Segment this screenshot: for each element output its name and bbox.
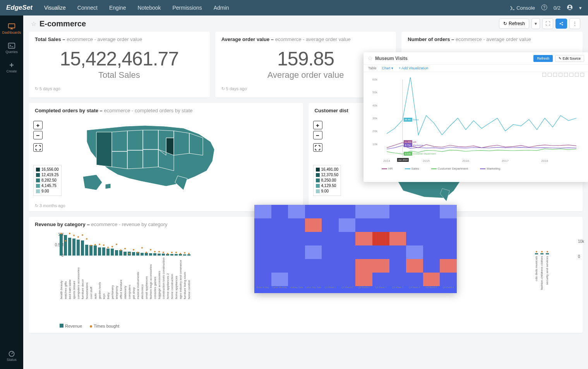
right-bar-chart: cds dvds musicalsfashion childrens cloth… bbox=[534, 251, 549, 290]
sidebar-item-label: Queries bbox=[5, 50, 18, 54]
svg-text:HR: HR bbox=[413, 141, 417, 143]
svg-point-3 bbox=[569, 5, 571, 7]
fullscreen-button[interactable]: ⛶ bbox=[542, 18, 553, 29]
svg-text:Jun 2014: Jun 2014 bbox=[398, 159, 408, 161]
nav-notebook[interactable]: Notebook bbox=[132, 1, 166, 15]
sidebar-queries[interactable]: Queries bbox=[2, 39, 21, 57]
museum-legend: HRSalesCustomer DepartmentMarketing bbox=[375, 167, 500, 170]
museum-refresh[interactable]: Refresh bbox=[533, 55, 553, 62]
nav-engine[interactable]: Engine bbox=[104, 1, 132, 15]
zoom-in-button[interactable]: + bbox=[313, 121, 322, 129]
sidebar-create[interactable]: Create bbox=[2, 59, 21, 76]
fullscreen-icon[interactable]: ⛶ bbox=[33, 143, 43, 152]
svg-text:20k: 20k bbox=[372, 129, 378, 133]
svg-rect-5 bbox=[9, 43, 15, 48]
svg-text:60k: 60k bbox=[372, 78, 378, 81]
us-map[interactable] bbox=[75, 115, 230, 200]
star-icon[interactable]: ☆ bbox=[31, 20, 36, 27]
svg-text:30k: 30k bbox=[372, 117, 378, 120]
console-button[interactable]: Console bbox=[510, 5, 535, 11]
heatmap-x-labels: Black FridayCyber MondayHoliday SaleLabo… bbox=[254, 286, 457, 293]
top-nav: Visualize Connect Engine Notebook Permis… bbox=[39, 1, 234, 15]
line-chart[interactable]: 60k50k40k30k20k10k2014201520162017201828… bbox=[367, 77, 584, 170]
kpi-total-sales: Total Sales – ecommerce - average order … bbox=[29, 32, 210, 98]
nav-connect[interactable]: Connect bbox=[72, 1, 103, 15]
svg-text:?: ? bbox=[543, 5, 545, 10]
terminal-icon bbox=[8, 42, 15, 49]
svg-text:2016: 2016 bbox=[462, 159, 469, 163]
svg-text:40k: 40k bbox=[372, 104, 378, 107]
refresh-button[interactable]: ↻ Refresh bbox=[499, 19, 529, 29]
map-legend: 16,491.00 12,370.50 8,250.00 4,129.50 9.… bbox=[313, 165, 341, 196]
time-ago: ↻ 3 months ago bbox=[35, 203, 65, 208]
zoom-out-button[interactable]: − bbox=[33, 131, 43, 139]
page-title: E-commerce bbox=[39, 19, 86, 28]
svg-text:8,751: 8,751 bbox=[405, 144, 411, 146]
heatmap-grid[interactable] bbox=[254, 205, 457, 286]
monitor-icon bbox=[8, 23, 15, 30]
svg-text:2015: 2015 bbox=[423, 159, 430, 163]
nav-visualize[interactable]: Visualize bbox=[39, 1, 71, 15]
more-button[interactable]: ⋮ bbox=[569, 18, 580, 29]
svg-text:2014: 2014 bbox=[383, 159, 390, 163]
chevron-down-icon[interactable]: ▾ bbox=[579, 5, 582, 11]
zoom-out-button[interactable]: − bbox=[313, 131, 322, 139]
map-completed-orders: Completed orders by state – ecommerce - … bbox=[29, 103, 303, 211]
svg-text:2017: 2017 bbox=[502, 159, 509, 163]
heatmap-panel: Black FridayCyber MondayHoliday SaleLabo… bbox=[254, 205, 457, 293]
museum-add-viz[interactable]: + Add Visualization bbox=[399, 66, 428, 70]
museum-toolbar bbox=[363, 72, 588, 77]
sidebar-item-label: Create bbox=[6, 69, 17, 73]
museum-tab-chart[interactable]: Chart ▾ bbox=[382, 66, 394, 70]
gauge-icon bbox=[8, 350, 15, 357]
star-icon[interactable]: ☆ bbox=[367, 55, 373, 62]
svg-text:50k: 50k bbox=[372, 91, 378, 94]
svg-text:Customer Department: Customer Department bbox=[413, 153, 436, 155]
svg-text:2018: 2018 bbox=[541, 159, 548, 163]
svg-text:2,121: 2,121 bbox=[405, 153, 411, 155]
svg-rect-4 bbox=[9, 24, 15, 28]
svg-point-6 bbox=[9, 351, 14, 356]
refresh-dropdown[interactable]: ▾ bbox=[531, 18, 540, 29]
museum-window: ☆ Museum Visits Refresh ✎ Edit Source Ta… bbox=[363, 52, 588, 182]
nav-permissions[interactable]: Permissions bbox=[167, 1, 207, 15]
help-icon[interactable]: ? bbox=[541, 4, 547, 12]
svg-text:10k: 10k bbox=[372, 142, 378, 146]
counter: 0/2 bbox=[554, 5, 561, 11]
share-button[interactable] bbox=[555, 19, 567, 29]
museum-edit[interactable]: ✎ Edit Source bbox=[555, 55, 584, 62]
sidebar-status[interactable]: Status bbox=[2, 347, 21, 364]
kpi-label: Total Sales bbox=[35, 70, 204, 80]
brand-logo: EdgeSet bbox=[0, 4, 39, 12]
svg-text:Marketing: Marketing bbox=[413, 144, 423, 146]
nav-admin[interactable]: Admin bbox=[208, 1, 235, 15]
museum-title: Museum Visits bbox=[375, 56, 408, 61]
plus-icon bbox=[8, 62, 15, 69]
sidebar-dashboards[interactable]: Dashboards bbox=[2, 20, 21, 37]
user-menu[interactable] bbox=[567, 4, 573, 12]
fullscreen-icon[interactable]: ⛶ bbox=[313, 143, 322, 152]
sidebar-item-label: Status bbox=[7, 358, 17, 362]
svg-text:28,481: 28,481 bbox=[405, 118, 412, 121]
zoom-in-button[interactable]: + bbox=[33, 121, 43, 129]
svg-text:Sales: Sales bbox=[413, 118, 419, 121]
svg-text:11,036: 11,036 bbox=[405, 141, 412, 143]
time-ago: ↻ 5 days ago bbox=[35, 86, 204, 91]
museum-tab-table[interactable]: Table bbox=[368, 66, 377, 70]
kpi-value: 15,422,461.77 bbox=[35, 48, 204, 70]
sidebar-item-label: Dashboards bbox=[2, 31, 21, 34]
map-legend: 16,556.00 12,419.25 8,282.50 4,145.75 9.… bbox=[33, 165, 62, 196]
chart-legend: Revenue Times bought bbox=[60, 324, 119, 328]
